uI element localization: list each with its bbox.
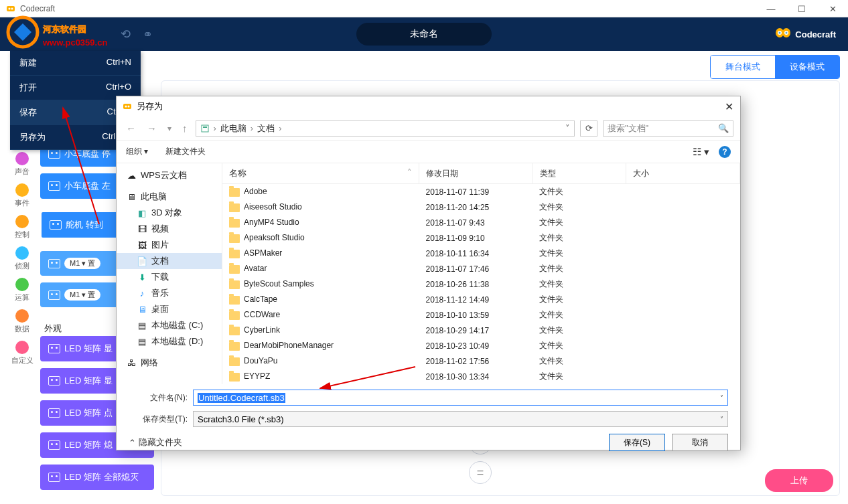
tree-network[interactable]: 🖧网络 [117, 355, 222, 371]
hide-folders-toggle[interactable]: ⌃隐藏文件夹 [129, 436, 182, 448]
folder-icon [229, 280, 240, 289]
help-button[interactable]: ? [719, 146, 731, 158]
table-row[interactable]: DearMobiPhoneManager2018-10-23 10:49文件夹 [222, 338, 740, 353]
section-appearance-label: 外观 [44, 323, 62, 335]
dialog-title: 另存为 [137, 100, 163, 112]
block-category-palette: 外观 声音 事件 控制 侦测 运算 数据 自定义 [5, 131, 39, 367]
table-row[interactable]: CalcTape2018-11-12 14:49文件夹 [222, 292, 740, 307]
tree-drive-c[interactable]: ▤本地磁盘 (C:) [117, 317, 222, 333]
folder-icon [229, 296, 240, 305]
equals-button[interactable]: = [469, 461, 492, 484]
dialog-toolbar: 组织 ▾ 新建文件夹 ☷ ▾ ? [117, 141, 740, 163]
tree-pictures[interactable]: 🖼图片 [117, 237, 222, 253]
table-row[interactable]: DouYaPu2018-11-02 17:56文件夹 [222, 353, 740, 369]
save-button[interactable]: 保存(S) [609, 434, 665, 451]
link-icon[interactable]: ⟲ [121, 27, 131, 41]
category-custom[interactable]: 自定义 [11, 339, 33, 367]
tree-documents[interactable]: 📄文档 [117, 253, 222, 269]
chevron-down-icon[interactable]: ˅ [720, 416, 723, 423]
tree-music[interactable]: ♪音乐 [117, 285, 222, 301]
documents-icon [200, 124, 210, 133]
category-events[interactable]: 事件 [15, 181, 29, 210]
tree-desktop[interactable]: 🖥桌面 [117, 301, 222, 317]
upload-button[interactable]: 上传 [765, 469, 833, 492]
svg-point-8 [786, 32, 788, 34]
dialog-titlebar: 另存为 ✕ [117, 96, 740, 116]
filetype-select[interactable]: Scratch3.0 File (*.sb3) ˅ [193, 411, 728, 427]
category-sensing[interactable]: 侦测 [15, 244, 29, 273]
refresh-button[interactable]: ⟳ [580, 120, 597, 137]
svg-rect-16 [202, 125, 208, 132]
folder-icon [229, 342, 240, 351]
nav-up-button[interactable]: ↑ [180, 121, 190, 135]
svg-rect-13 [123, 104, 131, 109]
folder-icon [229, 265, 240, 274]
chevron-down-icon[interactable]: ˅ [720, 394, 723, 402]
tree-wps-cloud[interactable]: ☁WPS云文档 [117, 167, 222, 183]
tab-device-mode[interactable]: 设备模式 [775, 56, 839, 78]
mode-tabs: 舞台模式 设备模式 [710, 55, 840, 79]
app-icon [5, 3, 16, 14]
table-row[interactable]: Adobe2018-11-07 11:39文件夹 [222, 184, 740, 200]
table-row[interactable]: AnyMP4 Studio2018-11-07 9:43文件夹 [222, 215, 740, 230]
table-row[interactable]: Apeaksoft Studio2018-11-09 9:10文件夹 [222, 230, 740, 246]
svg-point-2 [11, 7, 13, 9]
table-row[interactable]: EYYPZ2018-10-30 13:34文件夹 [222, 369, 740, 384]
dialog-navbar: ← → ▾ ↑ › 此电脑 › 文档 › ˅ ⟳ 搜索"文档" 🔍 [117, 116, 740, 141]
tree-this-pc[interactable]: 🖥此电脑 [117, 189, 222, 205]
table-row[interactable]: Aiseesoft Studio2018-11-20 14:25文件夹 [222, 199, 740, 215]
path-breadcrumb[interactable]: › 此电脑 › 文档 › ˅ [196, 120, 575, 137]
category-data[interactable]: 数据 [15, 307, 29, 336]
maximize-button[interactable]: ☐ [786, 0, 817, 17]
svg-point-7 [779, 32, 781, 34]
save-as-dialog: 另存为 ✕ ← → ▾ ↑ › 此电脑 › 文档 › ˅ ⟳ 搜索"文档" 🔍 … [116, 96, 741, 450]
folder-icon [229, 250, 240, 258]
tree-3d-objects[interactable]: ◧3D 对象 [117, 205, 222, 221]
brand-logo: Codecraft [775, 27, 836, 41]
svg-point-15 [128, 106, 130, 108]
table-row[interactable]: CyberLink2018-10-29 14:17文件夹 [222, 323, 740, 338]
tree-downloads[interactable]: ⬇下载 [117, 269, 222, 285]
organize-button[interactable]: 组织 ▾ [126, 146, 148, 157]
chain-icon[interactable]: ⚭ [143, 27, 153, 41]
folder-icon [229, 373, 240, 382]
folder-icon [229, 188, 240, 197]
category-control[interactable]: 控制 [15, 213, 29, 242]
tree-drive-d[interactable]: ▤本地磁盘 (D:) [117, 333, 222, 349]
table-row[interactable]: ASPMaker2018-10-11 16:34文件夹 [222, 246, 740, 261]
svg-point-14 [125, 106, 127, 108]
table-row[interactable]: Avatar2018-11-07 17:46文件夹 [222, 261, 740, 276]
table-row[interactable]: ByteScout Samples2018-10-26 11:38文件夹 [222, 276, 740, 292]
svg-rect-0 [7, 6, 15, 11]
nav-back-button[interactable]: ← [123, 121, 139, 135]
block-led-5[interactable]: LED 矩阵 全部熄灭 [40, 465, 154, 490]
nav-forward-button[interactable]: → [144, 121, 159, 135]
dialog-close-button[interactable]: ✕ [725, 100, 733, 113]
tab-stage-mode[interactable]: 舞台模式 [711, 56, 775, 78]
window-title: Codecraft [20, 4, 55, 13]
filename-input[interactable]: Untitled.Codecraft.sb3 ˅ [193, 390, 728, 406]
view-options-button[interactable]: ☷ ▾ [693, 146, 709, 158]
folder-tree: ☁WPS云文档 🖥此电脑 ◧3D 对象 🎞视频 🖼图片 📄文档 ⬇下载 ♪音乐 … [117, 163, 222, 384]
cancel-button[interactable]: 取消 [672, 434, 728, 451]
folder-icon [229, 203, 240, 212]
svg-rect-17 [203, 127, 207, 128]
project-name[interactable]: 未命名 [356, 23, 492, 46]
folder-icon [229, 311, 240, 320]
minimize-button[interactable]: — [756, 0, 786, 17]
file-list[interactable]: 名称 ˄ 修改日期 类型 大小 Adobe2018-11-07 11:39文件夹… [222, 163, 740, 384]
search-input[interactable]: 搜索"文档" 🔍 [603, 120, 733, 137]
table-row[interactable]: CCDWare2018-10-10 13:59文件夹 [222, 307, 740, 323]
app-header: ⟲ ⚭ 未命名 Codecraft [0, 17, 848, 51]
folder-icon [229, 234, 240, 243]
folder-icon [229, 357, 240, 366]
category-operators[interactable]: 运算 [15, 276, 29, 305]
tree-videos[interactable]: 🎞视频 [117, 221, 222, 237]
window-titlebar: Codecraft — ☐ ✕ [0, 0, 848, 17]
close-button[interactable]: ✕ [817, 0, 848, 17]
new-folder-button[interactable]: 新建文件夹 [165, 146, 206, 157]
category-sound[interactable]: 声音 [15, 150, 29, 179]
nav-recent-button[interactable]: ▾ [165, 122, 174, 135]
svg-point-1 [9, 7, 11, 9]
menu-item-new[interactable]: 新建Ctrl+N [10, 51, 141, 76]
